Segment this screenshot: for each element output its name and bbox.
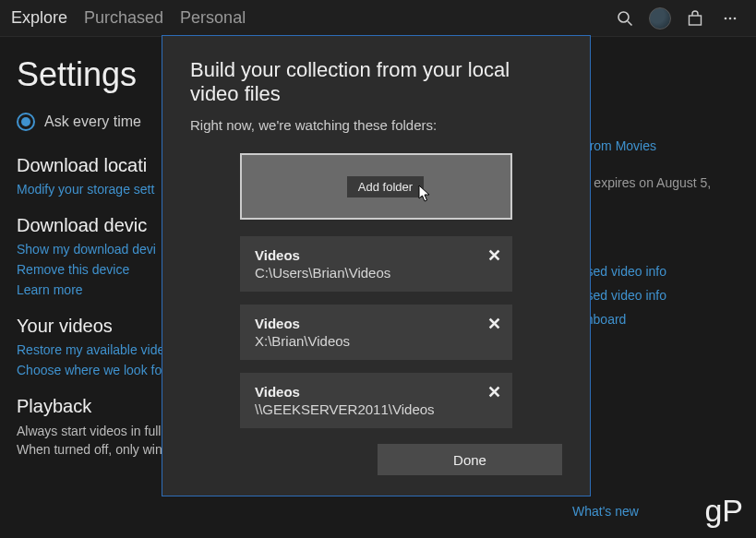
svg-point-5 <box>734 17 737 19</box>
folder-path: C:\Users\Brian\Videos <box>255 265 498 281</box>
add-folder-button[interactable]: + Add folder <box>240 153 512 220</box>
svg-point-0 <box>618 12 629 22</box>
expire-text: ent expires on August 5, <box>572 175 748 190</box>
folder-name: Videos <box>255 247 498 263</box>
top-bar: Explore Purchased Personal <box>0 0 756 37</box>
link-movies-1[interactable]: ct from Movies <box>572 138 748 153</box>
folder-path: \\GEEKSERVER2011\Videos <box>255 401 498 417</box>
search-icon[interactable] <box>610 4 640 33</box>
tab-explore[interactable]: Explore <box>11 8 67 28</box>
svg-rect-2 <box>690 16 702 25</box>
link-dashboard[interactable]: ashboard <box>572 312 748 327</box>
user-avatar[interactable] <box>645 4 675 33</box>
folder-item[interactable]: Videos X:\Brian\Videos ✕ <box>240 305 512 360</box>
link-purchased-info-1[interactable]: hased video info <box>572 264 748 279</box>
svg-line-1 <box>628 21 632 26</box>
folder-name: Videos <box>255 316 498 331</box>
folder-item[interactable]: Videos \\GEEKSERVER2011\Videos ✕ <box>240 373 512 428</box>
folder-item[interactable]: Videos C:\Users\Brian\Videos ✕ <box>240 236 512 292</box>
more-icon[interactable] <box>715 4 745 33</box>
done-button[interactable]: Done <box>378 444 562 475</box>
add-folder-label: Add folder <box>358 180 413 194</box>
svg-point-4 <box>729 17 732 19</box>
folder-path: X:\Brian\Videos <box>255 333 498 349</box>
dialog-title: Build your collection from your local vi… <box>190 58 562 106</box>
close-icon[interactable]: ✕ <box>487 245 501 266</box>
store-icon[interactable] <box>680 4 710 33</box>
top-tabs: Explore Purchased Personal <box>11 8 246 28</box>
svg-point-3 <box>725 17 727 19</box>
build-collection-dialog: Build your collection from your local vi… <box>162 35 591 496</box>
close-icon[interactable]: ✕ <box>487 314 501 334</box>
link-whats-new[interactable]: What's new <box>572 504 639 519</box>
right-column: ct from Movies e ent expires on August 5… <box>572 138 748 336</box>
tab-personal[interactable]: Personal <box>180 8 246 28</box>
dialog-subtitle: Right now, we're watching these folders: <box>190 117 562 133</box>
gp-logo: gP <box>704 493 743 529</box>
link-movies-2[interactable]: e <box>572 153 748 168</box>
link-purchased-info-2[interactable]: hased video info <box>572 288 748 303</box>
folder-name: Videos <box>255 384 498 400</box>
close-icon[interactable]: ✕ <box>487 382 501 402</box>
tab-purchased[interactable]: Purchased <box>84 8 163 28</box>
radio-label: Ask every time <box>44 114 141 130</box>
radio-icon <box>17 113 35 131</box>
